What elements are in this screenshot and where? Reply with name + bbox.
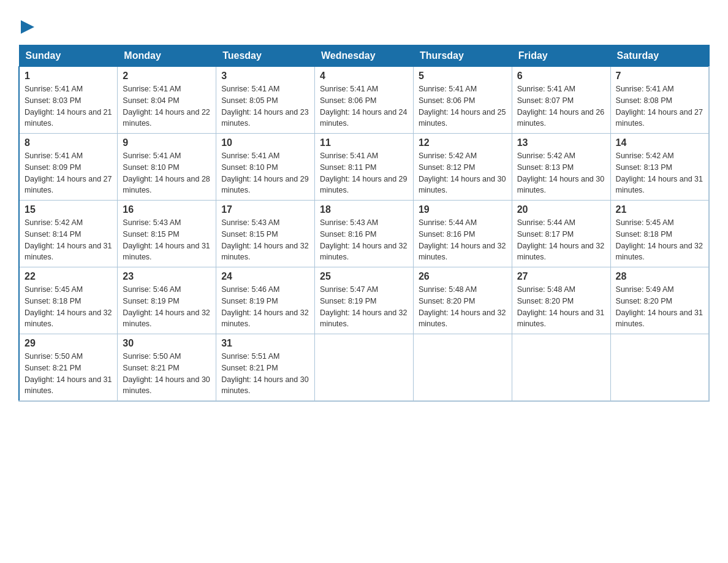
- calendar-header: SundayMondayTuesdayWednesdayThursdayFrid…: [19, 45, 709, 67]
- day-info: Sunrise: 5:41 AM Sunset: 8:10 PM Dayligh…: [123, 150, 211, 196]
- daylight-label: Daylight: 14 hours and 32 minutes.: [419, 308, 506, 329]
- sunrise-label: Sunrise: 5:46 AM: [221, 285, 279, 294]
- sunrise-label: Sunrise: 5:44 AM: [517, 218, 575, 227]
- sunset-label: Sunset: 8:21 PM: [25, 364, 81, 372]
- daylight-label: Daylight: 14 hours and 26 minutes.: [517, 108, 604, 128]
- day-number: 27: [517, 271, 605, 282]
- sunrise-label: Sunrise: 5:41 AM: [616, 85, 674, 93]
- daylight-label: Daylight: 14 hours and 25 minutes.: [419, 108, 506, 128]
- sunrise-label: Sunrise: 5:42 AM: [419, 151, 477, 160]
- calendar-cell: 4 Sunrise: 5:41 AM Sunset: 8:06 PM Dayli…: [315, 67, 414, 134]
- day-number: 3: [221, 71, 309, 82]
- calendar-cell: 5 Sunrise: 5:41 AM Sunset: 8:06 PM Dayli…: [413, 67, 512, 134]
- sunset-label: Sunset: 8:04 PM: [123, 96, 179, 105]
- sunrise-label: Sunrise: 5:48 AM: [419, 285, 477, 294]
- day-info: Sunrise: 5:41 AM Sunset: 8:11 PM Dayligh…: [320, 150, 408, 196]
- sunset-label: Sunset: 8:08 PM: [616, 96, 672, 105]
- calendar-cell: 7 Sunrise: 5:41 AM Sunset: 8:08 PM Dayli…: [610, 67, 709, 134]
- sunrise-label: Sunrise: 5:42 AM: [517, 151, 575, 160]
- sunrise-label: Sunrise: 5:41 AM: [221, 85, 279, 93]
- calendar-cell: 14 Sunrise: 5:42 AM Sunset: 8:13 PM Dayl…: [610, 134, 709, 201]
- day-info: Sunrise: 5:41 AM Sunset: 8:05 PM Dayligh…: [221, 83, 309, 129]
- day-info: Sunrise: 5:47 AM Sunset: 8:19 PM Dayligh…: [320, 284, 408, 330]
- sunrise-label: Sunrise: 5:41 AM: [123, 85, 181, 93]
- calendar-cell: 17 Sunrise: 5:43 AM Sunset: 8:15 PM Dayl…: [216, 201, 315, 267]
- calendar-cell: 25 Sunrise: 5:47 AM Sunset: 8:19 PM Dayl…: [315, 267, 414, 334]
- sunset-label: Sunset: 8:20 PM: [616, 297, 672, 305]
- daylight-label: Daylight: 14 hours and 31 minutes.: [616, 175, 703, 195]
- daylight-label: Daylight: 14 hours and 27 minutes.: [25, 175, 112, 195]
- day-number: 11: [320, 137, 408, 148]
- day-info: Sunrise: 5:48 AM Sunset: 8:20 PM Dayligh…: [419, 284, 507, 330]
- calendar-body: 1 Sunrise: 5:41 AM Sunset: 8:03 PM Dayli…: [19, 67, 709, 402]
- sunrise-label: Sunrise: 5:41 AM: [25, 85, 83, 93]
- calendar-week-row: 8 Sunrise: 5:41 AM Sunset: 8:09 PM Dayli…: [19, 134, 709, 201]
- day-number: 21: [616, 204, 703, 215]
- sunset-label: Sunset: 8:10 PM: [123, 163, 179, 172]
- svg-marker-0: [21, 20, 34, 34]
- calendar-cell: 21 Sunrise: 5:45 AM Sunset: 8:18 PM Dayl…: [610, 201, 709, 267]
- day-info: Sunrise: 5:51 AM Sunset: 8:21 PM Dayligh…: [221, 351, 309, 397]
- day-number: 6: [517, 71, 605, 82]
- sunset-label: Sunset: 8:13 PM: [616, 163, 672, 172]
- day-info: Sunrise: 5:42 AM Sunset: 8:14 PM Dayligh…: [25, 217, 112, 263]
- day-number: 26: [419, 271, 507, 282]
- weekday-header-monday: Monday: [118, 45, 216, 67]
- calendar-week-row: 15 Sunrise: 5:42 AM Sunset: 8:14 PM Dayl…: [19, 201, 709, 267]
- calendar-cell: 30 Sunrise: 5:50 AM Sunset: 8:21 PM Dayl…: [118, 334, 216, 402]
- calendar-cell: 20 Sunrise: 5:44 AM Sunset: 8:17 PM Dayl…: [512, 201, 610, 267]
- day-number: 22: [25, 271, 112, 282]
- sunrise-label: Sunrise: 5:43 AM: [221, 218, 279, 227]
- daylight-label: Daylight: 14 hours and 31 minutes.: [616, 308, 703, 329]
- sunrise-label: Sunrise: 5:49 AM: [616, 285, 674, 294]
- daylight-label: Daylight: 14 hours and 30 minutes.: [517, 175, 604, 195]
- sunset-label: Sunset: 8:06 PM: [320, 96, 376, 105]
- sunset-label: Sunset: 8:06 PM: [419, 96, 475, 105]
- daylight-label: Daylight: 14 hours and 32 minutes.: [419, 242, 506, 262]
- daylight-label: Daylight: 14 hours and 29 minutes.: [221, 175, 308, 195]
- calendar-cell: 26 Sunrise: 5:48 AM Sunset: 8:20 PM Dayl…: [413, 267, 512, 334]
- daylight-label: Daylight: 14 hours and 30 minutes.: [419, 175, 506, 195]
- day-number: 30: [123, 338, 211, 349]
- day-info: Sunrise: 5:41 AM Sunset: 8:10 PM Dayligh…: [221, 150, 309, 196]
- weekday-header-wednesday: Wednesday: [315, 45, 414, 67]
- day-number: 20: [517, 204, 605, 215]
- day-info: Sunrise: 5:41 AM Sunset: 8:06 PM Dayligh…: [320, 83, 408, 129]
- sunrise-label: Sunrise: 5:47 AM: [320, 285, 378, 294]
- sunset-label: Sunset: 8:19 PM: [320, 297, 376, 305]
- sunrise-label: Sunrise: 5:50 AM: [123, 352, 181, 361]
- calendar-cell: 23 Sunrise: 5:46 AM Sunset: 8:19 PM Dayl…: [118, 267, 216, 334]
- sunrise-label: Sunrise: 5:41 AM: [320, 151, 378, 160]
- daylight-label: Daylight: 14 hours and 31 minutes.: [25, 375, 112, 396]
- sunrise-label: Sunrise: 5:42 AM: [616, 151, 674, 160]
- calendar-cell: 2 Sunrise: 5:41 AM Sunset: 8:04 PM Dayli…: [118, 67, 216, 134]
- day-info: Sunrise: 5:42 AM Sunset: 8:12 PM Dayligh…: [419, 150, 507, 196]
- day-info: Sunrise: 5:45 AM Sunset: 8:18 PM Dayligh…: [25, 284, 112, 330]
- sunset-label: Sunset: 8:18 PM: [25, 297, 81, 305]
- daylight-label: Daylight: 14 hours and 32 minutes.: [320, 308, 407, 329]
- calendar-cell: 6 Sunrise: 5:41 AM Sunset: 8:07 PM Dayli…: [512, 67, 610, 134]
- calendar-table: SundayMondayTuesdayWednesdayThursdayFrid…: [18, 45, 710, 402]
- sunrise-label: Sunrise: 5:41 AM: [517, 85, 575, 93]
- day-number: 8: [25, 137, 112, 148]
- calendar-cell: 27 Sunrise: 5:48 AM Sunset: 8:20 PM Dayl…: [512, 267, 610, 334]
- day-number: 16: [123, 204, 211, 215]
- sunset-label: Sunset: 8:15 PM: [221, 230, 278, 239]
- sunset-label: Sunset: 8:16 PM: [419, 230, 475, 239]
- weekday-header-row: SundayMondayTuesdayWednesdayThursdayFrid…: [19, 45, 709, 67]
- day-number: 9: [123, 137, 211, 148]
- day-info: Sunrise: 5:41 AM Sunset: 8:06 PM Dayligh…: [419, 83, 507, 129]
- sunrise-label: Sunrise: 5:41 AM: [320, 85, 378, 93]
- day-info: Sunrise: 5:41 AM Sunset: 8:09 PM Dayligh…: [25, 150, 112, 196]
- calendar-cell: 11 Sunrise: 5:41 AM Sunset: 8:11 PM Dayl…: [315, 134, 414, 201]
- calendar-week-row: 1 Sunrise: 5:41 AM Sunset: 8:03 PM Dayli…: [19, 67, 709, 134]
- weekday-header-thursday: Thursday: [413, 45, 512, 67]
- day-info: Sunrise: 5:48 AM Sunset: 8:20 PM Dayligh…: [517, 284, 605, 330]
- day-number: 1: [25, 71, 112, 82]
- sunset-label: Sunset: 8:03 PM: [25, 96, 81, 105]
- sunrise-label: Sunrise: 5:50 AM: [25, 352, 83, 361]
- daylight-label: Daylight: 14 hours and 29 minutes.: [320, 175, 407, 195]
- daylight-label: Daylight: 14 hours and 32 minutes.: [123, 308, 210, 329]
- day-number: 18: [320, 204, 408, 215]
- calendar-cell: 18 Sunrise: 5:43 AM Sunset: 8:16 PM Dayl…: [315, 201, 414, 267]
